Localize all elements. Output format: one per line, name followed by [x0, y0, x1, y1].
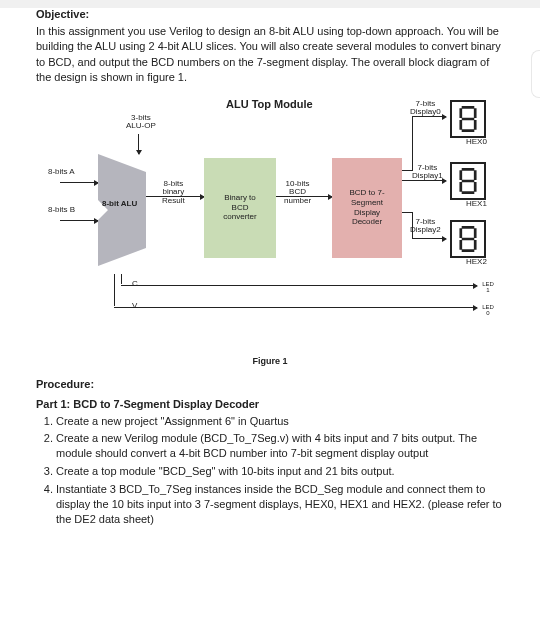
hex0-display	[450, 100, 486, 138]
label-d2: 7-bits Display2	[410, 218, 441, 236]
block-b2bcd: Binary to BCD converter	[204, 158, 276, 258]
part1-heading: Part 1: BCD to 7-Segment Display Decoder	[36, 398, 504, 410]
label-hex2: HEX2	[466, 258, 487, 267]
arrow-led0	[461, 307, 477, 308]
block-decoder: BCD to 7- Segment Display Decoder	[332, 158, 402, 258]
objective-text: In this assignment you use Verilog to de…	[36, 24, 504, 86]
arrow-led1	[461, 285, 477, 286]
step-item: Create a top module "BCD_Seg" with 10-bi…	[56, 464, 504, 479]
wire-c-h	[121, 285, 461, 286]
label-in-a: 8-bits A	[48, 168, 75, 177]
page-curl	[531, 50, 540, 98]
wire-v-v	[114, 274, 115, 306]
arrow-in-b	[60, 220, 98, 221]
label-led0: LED 0	[480, 304, 496, 317]
wire-d0-v	[412, 116, 413, 171]
arrow-aluout	[146, 196, 204, 197]
label-d0: 7-bits Display0	[410, 100, 441, 118]
wire-d2-h	[402, 212, 412, 213]
wire-v-h	[114, 307, 461, 308]
procedure-heading: Procedure:	[36, 378, 504, 390]
arrow-d2	[412, 238, 446, 239]
label-led1: LED 1	[480, 281, 496, 294]
svg-marker-0	[98, 154, 146, 266]
step-item: Instantiate 3 BCD_To_7Seg instances insi…	[56, 482, 504, 527]
steps-list: Create a new project "Assignment 6" in Q…	[36, 414, 504, 527]
wire-d0-h	[402, 170, 412, 171]
label-aluout: 8-bits binary Result	[162, 180, 185, 206]
arrow-bcdout	[276, 196, 332, 197]
label-hex1: HEX1	[466, 200, 487, 209]
alu-label: 8-bit ALU	[102, 200, 137, 209]
step-item: Create a new project "Assignment 6" in Q…	[56, 414, 504, 429]
diagram-title: ALU Top Module	[226, 98, 313, 110]
label-d1: 7-bits Display1	[412, 164, 443, 182]
hex1-display	[450, 162, 486, 200]
label-aluop: 3-bits ALU-OP	[126, 114, 156, 132]
arrow-in-a	[60, 182, 98, 183]
hex2-display	[450, 220, 486, 258]
step-item: Create a new Verilog module (BCD_To_7Seg…	[56, 431, 504, 461]
block-diagram: ALU Top Module 3-bits ALU-OP 8-bits A 8-…	[36, 92, 496, 352]
objective-heading: Objective:	[36, 8, 504, 20]
page: Objective: In this assignment you use Ve…	[0, 8, 540, 620]
label-in-b: 8-bits B	[48, 206, 75, 215]
arrow-aluop	[138, 134, 139, 154]
wire-c-v	[121, 274, 122, 284]
label-bcdout: 10-bits BCD number	[284, 180, 311, 206]
figure-caption: Figure 1	[36, 356, 504, 366]
alu-shape	[98, 154, 168, 274]
label-hex0: HEX0	[466, 138, 487, 147]
